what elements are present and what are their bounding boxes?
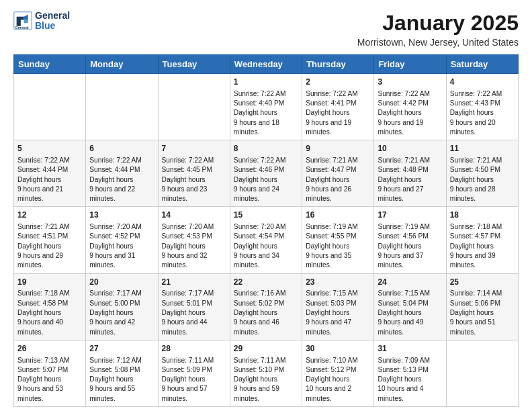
calendar-cell: 26Sunrise: 7:13 AMSunset: 5:07 PMDayligh… — [14, 340, 86, 406]
calendar-cell: 7Sunrise: 7:22 AMSunset: 4:45 PMDaylight… — [158, 140, 230, 207]
day-number: 16 — [306, 210, 370, 221]
day-info: Sunrise: 7:17 AMSunset: 5:01 PMDaylight … — [162, 289, 226, 336]
calendar-cell — [158, 74, 230, 140]
calendar-cell: 20Sunrise: 7:17 AMSunset: 5:00 PMDayligh… — [86, 273, 158, 340]
day-number: 3 — [378, 77, 442, 88]
calendar-cell — [14, 74, 86, 140]
weekday-sunday: Sunday — [14, 55, 86, 74]
title-area: January 2025 Morristown, New Jersey, Uni… — [357, 11, 519, 48]
calendar-cell — [446, 340, 518, 406]
day-info: Sunrise: 7:22 AMSunset: 4:41 PMDaylight … — [306, 89, 370, 137]
day-number: 4 — [450, 77, 515, 88]
day-number: 18 — [450, 210, 515, 221]
day-number: 20 — [89, 277, 154, 288]
day-info: Sunrise: 7:22 AMSunset: 4:45 PMDaylight … — [162, 156, 226, 203]
calendar-cell: 25Sunrise: 7:14 AMSunset: 5:06 PMDayligh… — [446, 273, 518, 340]
day-info: Sunrise: 7:22 AMSunset: 4:44 PMDaylight … — [17, 156, 82, 203]
week-row-1: 1Sunrise: 7:22 AMSunset: 4:40 PMDaylight… — [14, 74, 519, 140]
calendar-cell: 18Sunrise: 7:18 AMSunset: 4:57 PMDayligh… — [446, 207, 518, 273]
day-number: 24 — [378, 277, 442, 288]
day-info: Sunrise: 7:21 AMSunset: 4:50 PMDaylight … — [450, 156, 515, 203]
day-info: Sunrise: 7:19 AMSunset: 4:56 PMDaylight … — [378, 222, 442, 270]
calendar-cell: 23Sunrise: 7:15 AMSunset: 5:03 PMDayligh… — [302, 273, 374, 340]
week-row-5: 26Sunrise: 7:13 AMSunset: 5:07 PMDayligh… — [14, 340, 519, 406]
day-info: Sunrise: 7:16 AMSunset: 5:02 PMDaylight … — [234, 289, 298, 336]
weekday-header-row: SundayMondayTuesdayWednesdayThursdayFrid… — [14, 55, 519, 74]
day-info: Sunrise: 7:22 AMSunset: 4:42 PMDaylight … — [378, 89, 442, 137]
week-row-2: 5Sunrise: 7:22 AMSunset: 4:44 PMDaylight… — [14, 140, 519, 207]
day-info: Sunrise: 7:20 AMSunset: 4:52 PMDaylight … — [89, 222, 154, 270]
day-info: Sunrise: 7:15 AMSunset: 5:04 PMDaylight … — [378, 289, 442, 336]
day-number: 23 — [306, 277, 370, 288]
day-info: Sunrise: 7:15 AMSunset: 5:03 PMDaylight … — [306, 289, 370, 336]
day-number: 8 — [234, 143, 298, 154]
day-info: Sunrise: 7:13 AMSunset: 5:07 PMDaylight … — [17, 356, 82, 404]
day-info: Sunrise: 7:21 AMSunset: 4:47 PMDaylight … — [306, 156, 370, 203]
calendar-cell: 15Sunrise: 7:20 AMSunset: 4:54 PMDayligh… — [230, 207, 302, 273]
day-number: 17 — [378, 210, 442, 221]
logo: General General Blue — [13, 11, 70, 32]
calendar: SundayMondayTuesdayWednesdayThursdayFrid… — [13, 54, 519, 407]
calendar-cell: 2Sunrise: 7:22 AMSunset: 4:41 PMDaylight… — [302, 74, 374, 140]
logo-line1: General — [35, 11, 70, 21]
day-number: 7 — [162, 143, 226, 154]
day-number: 6 — [89, 143, 154, 154]
calendar-cell: 22Sunrise: 7:16 AMSunset: 5:02 PMDayligh… — [230, 273, 302, 340]
weekday-friday: Friday — [374, 55, 446, 74]
day-number: 31 — [378, 343, 442, 355]
day-number: 29 — [234, 343, 298, 355]
day-number: 12 — [17, 210, 82, 221]
day-number: 27 — [89, 343, 154, 355]
calendar-cell — [86, 74, 158, 140]
day-info: Sunrise: 7:20 AMSunset: 4:54 PMDaylight … — [234, 222, 298, 270]
weekday-wednesday: Wednesday — [230, 55, 302, 74]
calendar-cell: 9Sunrise: 7:21 AMSunset: 4:47 PMDaylight… — [302, 140, 374, 207]
day-info: Sunrise: 7:21 AMSunset: 4:51 PMDaylight … — [17, 222, 82, 270]
header: General General Blue January 2025 Morris… — [13, 11, 519, 48]
calendar-cell: 3Sunrise: 7:22 AMSunset: 4:42 PMDaylight… — [374, 74, 446, 140]
day-number: 22 — [234, 277, 298, 288]
day-info: Sunrise: 7:19 AMSunset: 4:55 PMDaylight … — [306, 222, 370, 270]
calendar-cell: 12Sunrise: 7:21 AMSunset: 4:51 PMDayligh… — [14, 207, 86, 273]
calendar-cell: 13Sunrise: 7:20 AMSunset: 4:52 PMDayligh… — [86, 207, 158, 273]
day-number: 15 — [234, 210, 298, 221]
calendar-cell: 1Sunrise: 7:22 AMSunset: 4:40 PMDaylight… — [230, 74, 302, 140]
day-number: 28 — [162, 343, 226, 355]
calendar-cell: 19Sunrise: 7:18 AMSunset: 4:58 PMDayligh… — [14, 273, 86, 340]
day-info: Sunrise: 7:18 AMSunset: 4:58 PMDaylight … — [17, 289, 82, 336]
day-info: Sunrise: 7:17 AMSunset: 5:00 PMDaylight … — [89, 289, 154, 336]
location: Morristown, New Jersey, United States — [357, 37, 519, 48]
day-info: Sunrise: 7:22 AMSunset: 4:43 PMDaylight … — [450, 89, 515, 137]
day-number: 14 — [162, 210, 226, 221]
day-number: 2 — [306, 77, 370, 88]
day-info: Sunrise: 7:11 AMSunset: 5:10 PMDaylight … — [234, 356, 298, 404]
week-row-3: 12Sunrise: 7:21 AMSunset: 4:51 PMDayligh… — [14, 207, 519, 273]
day-info: Sunrise: 7:09 AMSunset: 5:13 PMDaylight … — [378, 356, 442, 404]
day-number: 21 — [162, 277, 226, 288]
logo-text: General Blue — [35, 11, 70, 32]
calendar-cell: 4Sunrise: 7:22 AMSunset: 4:43 PMDaylight… — [446, 74, 518, 140]
day-info: Sunrise: 7:10 AMSunset: 5:12 PMDaylight … — [306, 356, 370, 404]
day-info: Sunrise: 7:22 AMSunset: 4:40 PMDaylight … — [234, 89, 298, 137]
page: General General Blue January 2025 Morris… — [0, 0, 532, 411]
calendar-cell: 11Sunrise: 7:21 AMSunset: 4:50 PMDayligh… — [446, 140, 518, 207]
calendar-cell: 21Sunrise: 7:17 AMSunset: 5:01 PMDayligh… — [158, 273, 230, 340]
svg-marker-4 — [24, 20, 28, 24]
day-info: Sunrise: 7:12 AMSunset: 5:08 PMDaylight … — [89, 356, 154, 404]
calendar-cell: 27Sunrise: 7:12 AMSunset: 5:08 PMDayligh… — [86, 340, 158, 406]
calendar-cell: 6Sunrise: 7:22 AMSunset: 4:44 PMDaylight… — [86, 140, 158, 207]
day-number: 1 — [234, 77, 298, 88]
day-info: Sunrise: 7:18 AMSunset: 4:57 PMDaylight … — [450, 222, 515, 270]
day-number: 9 — [306, 143, 370, 154]
calendar-cell: 28Sunrise: 7:11 AMSunset: 5:09 PMDayligh… — [158, 340, 230, 406]
calendar-cell: 16Sunrise: 7:19 AMSunset: 4:55 PMDayligh… — [302, 207, 374, 273]
day-info: Sunrise: 7:14 AMSunset: 5:06 PMDaylight … — [450, 289, 515, 336]
logo-line2: Blue — [35, 21, 70, 31]
day-number: 19 — [17, 277, 82, 288]
day-number: 26 — [17, 343, 82, 355]
day-number: 30 — [306, 343, 370, 355]
svg-text:General: General — [15, 26, 29, 30]
logo-icon: General — [13, 11, 32, 30]
weekday-monday: Monday — [86, 55, 158, 74]
calendar-cell: 29Sunrise: 7:11 AMSunset: 5:10 PMDayligh… — [230, 340, 302, 406]
